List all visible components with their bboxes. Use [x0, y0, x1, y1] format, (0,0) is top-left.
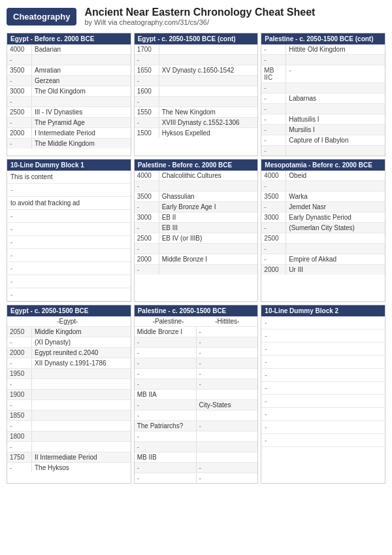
table-row: 2000Egypt reunited c.2040: [7, 348, 131, 358]
table-row: 1750II Intermediate Period: [7, 452, 131, 463]
title-block: Ancient Near Eastern Chronology Cheat Sh…: [84, 7, 315, 26]
section-egypt-2050-1500-body: -Egypt- 2050Middle Kingdom -(XI Dynasty)…: [7, 316, 131, 473]
table-row: -(XI Dynasty): [7, 337, 131, 348]
section-dummy-2-header: 10-Line Dummy Block 2: [261, 305, 385, 316]
table-row: -: [135, 442, 258, 452]
table-row: -Capture of I Babylon: [261, 135, 385, 146]
table-row: 1600: [135, 86, 258, 97]
list-item: -: [261, 382, 385, 395]
table-row: -: [7, 379, 131, 390]
table-row: --: [135, 369, 258, 379]
list-item: -: [7, 275, 131, 288]
table-row: 3500Amratian: [7, 65, 131, 76]
table-row: -: [261, 104, 385, 114]
section-egypt-cont: Egypt - c. 2050-1500 BCE (cont) 1700 - 1…: [134, 33, 259, 156]
table-row: -: [135, 244, 258, 254]
section-palestine-cont: Palestine - c. 2050-1500 BCE (cont) -Hit…: [261, 33, 385, 156]
table-row: -XII Dynasty c.1991-1786: [7, 358, 131, 369]
table-row: 1500Hyksos Expelled: [135, 128, 258, 138]
table-row: 1550The New Kingdom: [135, 107, 258, 118]
table-row: MB IIA: [135, 390, 258, 400]
table-row: -: [7, 55, 131, 65]
table-row: -: [135, 265, 258, 275]
list-item: -: [261, 316, 385, 329]
table-row: --: [135, 358, 258, 369]
table-row: -XVIII Dynasty c.1552-1306: [135, 118, 258, 128]
section-palestine-before-2000: Palestine - Before c. 2000 BCE 4000Chalc…: [134, 159, 259, 302]
section-palestine-cont-header: Palestine - c. 2050-1500 BCE (cont): [261, 33, 385, 44]
table-row: 4000Badarian: [7, 44, 131, 55]
section-palestine-2050-1500-body: -Palestine- -Hittites- Middle Bronze I- …: [135, 316, 258, 483]
main-title: Ancient Near Eastern Chronology Cheat Sh…: [84, 7, 315, 18]
table-row: 3000The Old Kingdom: [7, 86, 131, 97]
table-row: 3500Warka: [261, 192, 385, 202]
table-row: MB IIC-: [261, 65, 385, 83]
table-row: 2500EB IV (or IIIB): [135, 233, 258, 244]
table-row: -The Pyramid Age: [7, 118, 131, 128]
table-row: --: [135, 348, 258, 358]
section-palestine-2050-1500-header: Palestine - c. 2050-1500 BCE: [135, 305, 258, 316]
table-row: --: [135, 473, 258, 483]
table-row: -The Hyksos: [7, 463, 131, 473]
table-row: -: [261, 244, 385, 254]
table-row: -: [261, 83, 385, 93]
table-row: -: [7, 400, 131, 411]
table-row: 1800: [7, 431, 131, 442]
list-item: -: [7, 262, 131, 275]
list-item: -: [261, 329, 385, 343]
list-item: -: [261, 369, 385, 382]
table-row: 1650XV Dynasty c.1650-1542: [135, 65, 258, 76]
table-row: 2000Middle Bronze I: [135, 254, 258, 265]
list-item: -: [261, 343, 385, 356]
section-egypt-cont-header: Egypt - c. 2050-1500 BCE (cont): [135, 33, 258, 44]
list-item: -: [7, 236, 131, 249]
table-row: 4000Chalcolithic Cultures: [135, 171, 258, 181]
table-row: 2000I Intermediate Period: [7, 128, 131, 139]
table-row: -: [7, 421, 131, 431]
table-row: -EB III: [135, 223, 258, 233]
list-item: -: [7, 210, 131, 223]
section-palestine-before-2000-header: Palestine - Before c. 2000 BCE: [135, 160, 258, 171]
list-item: to avoid that fracking ad: [7, 197, 131, 210]
section-mesopotamia-before-2000-header: Mesopotamia - Before c. 2000 BCE: [261, 160, 385, 171]
table-row: 1850: [7, 411, 131, 421]
table-row: -Empire of Akkad: [261, 254, 385, 265]
table-row: 3000EB II: [135, 212, 258, 223]
table-row: Middle Bronze I-: [135, 327, 258, 337]
list-item: -: [7, 184, 131, 197]
list-item: -: [7, 249, 131, 262]
header: Cheatography Ancient Near Eastern Chrono…: [7, 7, 385, 26]
table-row: -Jemdet Nasr: [261, 202, 385, 212]
bottom-grid: Egypt - c. 2050-1500 BCE -Egypt- 2050Mid…: [7, 305, 385, 484]
section-egypt-before-2000: Egypt - Before c. 2000 BCE 4000Badarian …: [7, 33, 131, 156]
section-egypt-before-2000-body: 4000Badarian - 3500Amratian -Gerzean 300…: [7, 44, 131, 148]
table-row: 1950: [7, 369, 131, 379]
section-palestine-cont-body: -Hittite Old Kingdom - MB IIC- - -Labarn…: [261, 44, 385, 156]
table-row: -: [261, 146, 385, 156]
section-mesopotamia-before-2000-body: 4000Obeid - 3500Warka -Jemdet Nasr 3000E…: [261, 171, 385, 275]
table-row: 4000Obeid: [261, 171, 385, 181]
table-row: -The Middle Kingdom: [7, 139, 131, 148]
list-item: -: [261, 434, 385, 447]
table-row: 2500III - IV Dynasties: [7, 107, 131, 118]
table-row: -Early Bronze Age I: [135, 202, 258, 212]
top-grid: Egypt - Before c. 2000 BCE 4000Badarian …: [7, 33, 385, 156]
table-row: -: [7, 442, 131, 452]
sub-title: by Wilt via cheatography.com/31/cs/36/: [84, 18, 315, 26]
section-dummy-1: 10-Line Dummy Block 1 This is content - …: [7, 159, 131, 302]
table-row: -: [135, 181, 258, 192]
table-row: 3500Ghassulian: [135, 192, 258, 202]
table-row: MB IIB: [135, 452, 258, 463]
section-dummy-2: 10-Line Dummy Block 2 - - - - - - - - - …: [261, 305, 385, 484]
table-row: -: [135, 97, 258, 107]
list-item: -: [7, 223, 131, 236]
table-row: --: [135, 379, 258, 390]
section-egypt-2050-1500-header: Egypt - c. 2050-1500 BCE: [7, 305, 131, 316]
table-row: -Palestine- -Hittites-: [135, 316, 258, 327]
section-egypt-before-2000-header: Egypt - Before c. 2000 BCE: [7, 33, 131, 44]
section-egypt-2050-1500: Egypt - c. 2050-1500 BCE -Egypt- 2050Mid…: [7, 305, 131, 484]
section-dummy-1-header: 10-Line Dummy Block 1: [7, 160, 131, 171]
middle-grid: 10-Line Dummy Block 1 This is content - …: [7, 159, 385, 302]
table-row: -: [135, 55, 258, 65]
table-row: -(Sumerlan City States): [261, 223, 385, 233]
